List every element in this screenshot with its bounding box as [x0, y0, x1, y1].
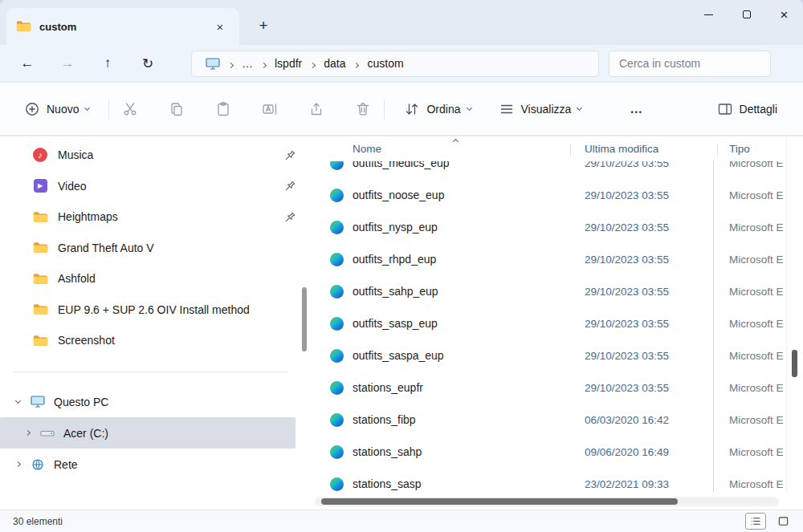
- sidebar-item-musica[interactable]: ♪Musica: [0, 140, 309, 171]
- horizontal-scrollbar-thumb[interactable]: [321, 498, 678, 505]
- file-type: Microsoft Ec: [729, 254, 784, 266]
- file-modified: 23/02/2021 09:33: [585, 478, 669, 490]
- paste-button[interactable]: [215, 101, 231, 117]
- pin-icon: [284, 180, 296, 192]
- file-row[interactable]: stations_sahp09/06/2020 16:49Microsoft E…: [309, 437, 786, 469]
- file-row[interactable]: stations_eupfr29/10/2023 03:55Microsoft …: [309, 372, 786, 404]
- new-tab-button[interactable]: +: [251, 13, 276, 39]
- file-row[interactable]: outfits_saspa_eup29/10/2023 03:55Microso…: [309, 340, 786, 372]
- details-pane-button[interactable]: Dettagli: [711, 96, 784, 122]
- column-header-modified[interactable]: Ultima modifica: [585, 143, 658, 155]
- sidebar-tree-item-questo-pc[interactable]: Questo PC: [0, 386, 309, 417]
- search-input[interactable]: [619, 57, 760, 70]
- view-lines-icon: [499, 101, 515, 117]
- back-button[interactable]: ←: [13, 50, 42, 77]
- file-row[interactable]: outfits_sahp_eup29/10/2023 03:55Microsof…: [309, 276, 786, 308]
- more-options-button[interactable]: …: [622, 99, 650, 120]
- sidebar-divider: [13, 372, 288, 372]
- file-type: Microsoft Ec: [729, 382, 784, 394]
- vertical-scrollbar[interactable]: [786, 136, 803, 492]
- tab-title: custom: [39, 21, 76, 33]
- sort-button[interactable]: Ordina: [397, 96, 477, 122]
- edit-actions: [122, 101, 371, 117]
- breadcrumb[interactable]: …lspdfrdatacustom: [191, 51, 599, 77]
- pc-icon: [30, 394, 46, 410]
- column-header-type[interactable]: Tipo: [729, 143, 750, 155]
- sidebar-item-label: Acer (C:): [63, 427, 108, 440]
- minimize-button[interactable]: [690, 0, 728, 29]
- breadcrumb-item-data[interactable]: data: [316, 55, 353, 72]
- sidebar-pinned-list: ♪Musica▶VideoHeightmapsGrand Theft Auto …: [0, 140, 309, 356]
- vertical-scrollbar-thumb[interactable]: [792, 350, 797, 377]
- edge-file-icon: [330, 477, 344, 491]
- sidebar-tree-item-rete[interactable]: Rete: [0, 449, 309, 480]
- details-view-toggle[interactable]: [745, 513, 766, 530]
- sidebar-item-ashfold[interactable]: Ashfold: [0, 263, 309, 294]
- sidebar-scrollbar-thumb[interactable]: [302, 287, 307, 351]
- chevron-right-icon[interactable]: [11, 462, 24, 466]
- horizontal-scrollbar[interactable]: [315, 497, 779, 506]
- file-row[interactable]: outfits_rhpd_eup29/10/2023 03:55Microsof…: [309, 244, 786, 276]
- breadcrumb-item-custom[interactable]: custom: [360, 55, 410, 72]
- file-explorer-window: custom × + × ← → ↑ ↻ …lspdfrdatacustom N…: [0, 0, 803, 532]
- file-name: outfits_noose_eup: [353, 189, 444, 201]
- file-row[interactable]: outfits_sasp_eup29/10/2023 03:55Microsof…: [309, 308, 786, 340]
- pin-icon: [284, 149, 296, 161]
- copy-button[interactable]: [169, 101, 185, 117]
- rename-button[interactable]: [262, 101, 278, 117]
- column-header-name[interactable]: Nome: [353, 143, 381, 155]
- chevron-right-icon: [354, 56, 358, 71]
- forward-button[interactable]: →: [53, 50, 82, 77]
- file-row[interactable]: stations_fibp06/03/2020 16:42Microsoft E…: [309, 404, 786, 437]
- tab-custom[interactable]: custom ×: [6, 8, 239, 45]
- breadcrumb-overflow[interactable]: …: [234, 55, 260, 72]
- status-bar: 30 elementi: [0, 510, 803, 532]
- file-type: Microsoft Ec: [729, 350, 784, 362]
- sidebar-item-screenshot[interactable]: Screenshot: [0, 325, 309, 356]
- sidebar-item-label: Questo PC: [54, 396, 108, 408]
- new-button-label: Nuovo: [47, 103, 79, 116]
- maximize-button[interactable]: [728, 0, 765, 29]
- view-button[interactable]: Visualizza: [492, 96, 589, 122]
- sort-ascending-icon: [453, 139, 459, 144]
- column-header-row: Nome Ultima modifica Tipo: [309, 136, 786, 161]
- edge-file-icon: [330, 349, 344, 363]
- chevron-right-icon[interactable]: [21, 431, 34, 435]
- cut-button[interactable]: [122, 101, 138, 117]
- details-panel-icon: [717, 101, 733, 117]
- thumbnail-view-toggle[interactable]: [772, 513, 793, 530]
- file-modified: 29/10/2023 03:55: [585, 350, 669, 362]
- file-name: stations_eupfr: [353, 381, 423, 394]
- folder-icon: [32, 240, 48, 256]
- share-button[interactable]: [308, 101, 324, 117]
- file-row[interactable]: outfits_noose_eup29/10/2023 03:55Microso…: [309, 180, 786, 212]
- sidebar-item-heightmaps[interactable]: Heightmaps: [0, 201, 309, 233]
- window-controls: ×: [690, 0, 803, 29]
- up-button[interactable]: ↑: [93, 50, 122, 77]
- new-button[interactable]: Nuovo: [18, 96, 96, 122]
- tab-close-icon[interactable]: ×: [210, 17, 230, 36]
- delete-button[interactable]: [355, 101, 371, 117]
- toolbar-divider: [384, 99, 385, 120]
- sidebar-tree-item-acer-c[interactable]: Acer (C:): [0, 417, 296, 449]
- chevron-down-icon[interactable]: [11, 400, 24, 403]
- sidebar-item-label: Heightmaps: [58, 210, 118, 223]
- close-button[interactable]: ×: [765, 0, 803, 29]
- sidebar-item-grand-theft-auto-v[interactable]: Grand Theft Auto V: [0, 233, 309, 264]
- network-icon: [30, 457, 46, 473]
- search-box[interactable]: [609, 51, 771, 77]
- file-type: Microsoft Ec: [729, 414, 784, 426]
- refresh-button[interactable]: ↻: [133, 50, 162, 77]
- breadcrumb-item-lspdfr[interactable]: lspdfr: [267, 55, 309, 72]
- breadcrumb-this-pc[interactable]: [198, 55, 227, 73]
- file-modified: 29/10/2023 03:55: [585, 189, 669, 201]
- chevron-down-icon: [466, 105, 471, 111]
- sidebar-item-label: Grand Theft Auto V: [58, 242, 154, 254]
- sidebar-item-video[interactable]: ▶Video: [0, 171, 309, 202]
- file-row[interactable]: stations_sasp23/02/2021 09:33Microsoft E…: [309, 469, 786, 492]
- details-pane-label: Dettagli: [740, 103, 777, 116]
- sidebar-item-label: Rete: [54, 458, 78, 471]
- folder-icon: [32, 302, 48, 318]
- file-row[interactable]: outfits_nysp_eup29/10/2023 03:55Microsof…: [309, 212, 786, 244]
- sidebar-item-eup-9-6-sup-2-6-oiv-install-method[interactable]: EUP 9.6 + SUP 2.6 OIV Install method: [0, 294, 309, 326]
